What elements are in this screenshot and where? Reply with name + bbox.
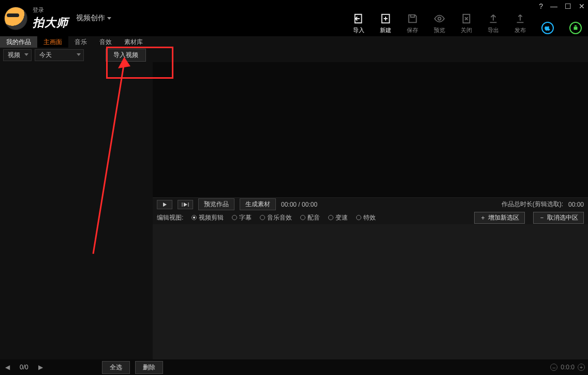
zoom-value: 0:0:0 [561,364,575,371]
main-toolbar: 导入 新建 保存 预览 关闭 导出 发布 [353,13,582,34]
chevron-down-icon [107,17,111,20]
import-icon [353,13,364,24]
import-button[interactable]: 导入 [353,13,364,34]
new-icon [380,13,391,24]
mode-dropdown[interactable]: 视频创作 [76,13,111,23]
save-icon [407,13,418,24]
playback-bar: 预览作品 生成素材 00:00 / 00:00 作品总时长(剪辑选取):00:0… [153,197,588,211]
window-controls: ? — ☐ ✕ [539,2,585,10]
delete-button[interactable]: 删除 [135,361,163,374]
zoom-controls: – 0:0:0 + [550,364,585,371]
main-area: 预览作品 生成素材 00:00 / 00:00 作品总时长(剪辑选取):00:0… [0,62,588,359]
svg-point-1 [438,17,441,20]
cancel-selection-button[interactable]: －取消选中区 [533,212,584,224]
title-bar: 登录 拍大师 视频创作 ? — ☐ ✕ 导入 新建 保存 预览 关闭 [0,0,588,36]
edit-opt-speed[interactable]: 变速 [328,213,348,222]
preview-label: 预览 [434,26,445,34]
save-label: 保存 [407,26,418,34]
total-duration-value: 00:00 [568,201,584,208]
edit-opt-fx[interactable]: 特效 [356,213,376,222]
radio-icon [232,215,237,220]
export-button[interactable]: 导出 [488,13,499,34]
generate-material-button[interactable]: 生成素材 [240,198,276,210]
maximize-button[interactable]: ☐ [565,2,571,10]
filter-bar: 视频 今天 导入视频 [0,48,588,62]
tab-music[interactable]: 音乐 [68,36,93,48]
radio-icon [300,215,305,220]
radio-icon [260,215,265,220]
left-panel [0,62,153,359]
edit-opt-music[interactable]: 音乐音效 [260,213,292,222]
side-tabs: 我的作品 主画面 音乐 音效 素材库 [0,36,588,48]
eye-icon [434,13,445,24]
import-video-button[interactable]: 导入视频 [106,49,146,62]
radio-icon [328,215,333,220]
radio-icon [192,215,197,220]
edit-view-label: 编辑视图: [157,213,183,222]
minus-icon: － [539,213,545,222]
type-dropdown[interactable]: 视频 [3,49,32,61]
tab-sfx[interactable]: 音效 [93,36,118,48]
bottom-bar: ◀ 0/0 ▶ 全选 删除 – 0:0:0 + [0,359,588,375]
timeline-area[interactable] [153,224,588,359]
edit-opt-dub[interactable]: 配音 [300,213,320,222]
plus-icon: ＋ [480,213,486,222]
add-selection-button[interactable]: ＋增加新选区 [474,212,525,224]
tab-my-works[interactable]: 我的作品 [0,36,37,48]
mode-label: 视频创作 [76,13,105,23]
close-label: 关闭 [461,26,472,34]
new-button[interactable]: 新建 [380,13,391,34]
preview-button[interactable]: 预览 [434,13,445,34]
select-all-button[interactable]: 全选 [102,361,130,374]
new-label: 新建 [380,26,391,34]
edit-view-bar: 编辑视图: 视频剪辑 字幕 音乐音效 配音 变速 特效 ＋增加新选区 －取消选中… [153,211,588,224]
apple-icon [544,24,551,32]
play-button[interactable] [157,200,172,209]
close-project-button[interactable]: 关闭 [461,13,472,34]
android-icon [572,24,579,32]
import-label: 导入 [353,26,364,34]
page-next-button[interactable]: ▶ [37,363,45,371]
play-icon [162,202,167,207]
play-range-button[interactable] [178,200,193,209]
total-duration-label: 作品总时长(剪辑选取): [502,200,563,209]
tab-library[interactable]: 素材库 [118,36,149,48]
publish-label: 发布 [514,26,526,34]
app-logo-icon [4,7,27,30]
app-name: 拍大师 [33,15,68,31]
right-panel: 预览作品 生成素材 00:00 / 00:00 作品总时长(剪辑选取):00:0… [153,62,588,359]
page-indicator: 0/0 [20,364,28,371]
zoom-in-button[interactable]: + [578,364,585,371]
preview-work-button[interactable]: 预览作品 [198,198,234,210]
chevron-down-icon [77,53,81,56]
radio-icon [356,215,361,220]
export-label: 导出 [488,26,499,34]
zoom-out-button[interactable]: – [550,364,557,371]
login-link[interactable]: 登录 [33,6,68,14]
page-prev-button[interactable]: ◀ [3,363,11,371]
edit-opt-subtitle[interactable]: 字幕 [232,213,252,222]
tab-main-screen[interactable]: 主画面 [37,36,68,48]
close-button[interactable]: ✕ [579,2,585,10]
edit-opt-video[interactable]: 视频剪辑 [192,213,224,222]
android-platform-button[interactable] [569,22,582,34]
preview-canvas[interactable] [153,62,588,197]
time-display: 00:00 / 00:00 [281,201,317,208]
chevron-down-icon [24,53,28,56]
minimize-button[interactable]: — [550,2,557,10]
upload-icon [514,13,526,24]
play-range-icon [182,202,189,207]
date-value: 今天 [39,51,52,59]
type-value: 视频 [8,51,20,59]
apple-platform-button[interactable] [541,22,554,34]
help-button[interactable]: ? [539,2,543,10]
save-button[interactable]: 保存 [407,13,418,34]
export-icon [488,13,499,24]
close-file-icon [461,13,472,24]
publish-button[interactable]: 发布 [514,13,526,34]
date-dropdown[interactable]: 今天 [35,49,84,61]
